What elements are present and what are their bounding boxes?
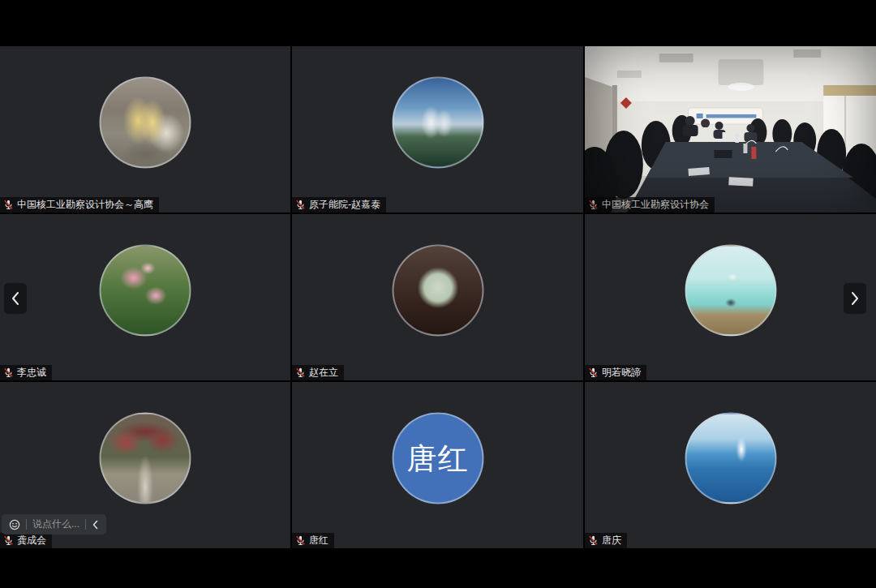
next-page-button[interactable] xyxy=(844,283,866,314)
collapse-chat-button[interactable] xyxy=(92,520,99,530)
participant-name: 李忠诚 xyxy=(17,367,46,378)
name-tag: 李忠诚 xyxy=(0,365,52,380)
muted-mic-icon xyxy=(295,535,306,546)
muted-mic-icon xyxy=(295,367,306,378)
participant-name: 原子能院-赵嘉泰 xyxy=(309,199,380,210)
name-tag: 唐庆 xyxy=(585,533,627,548)
chat-quick-bar: 说点什么... xyxy=(2,514,106,534)
muted-mic-icon xyxy=(3,200,14,210)
participant-name: 中国核工业勘察设计协会～高鹰 xyxy=(17,199,153,210)
prev-page-button[interactable] xyxy=(4,283,27,314)
muted-mic-icon xyxy=(588,367,599,378)
muted-mic-icon xyxy=(3,367,14,378)
participant-avatar xyxy=(392,77,483,169)
name-tag: 中国核工业勘察设计协会 xyxy=(585,197,715,212)
emoji-button[interactable] xyxy=(9,519,20,530)
participant-tile-live-video[interactable]: 中国核工业勘察设计协会 xyxy=(585,46,876,212)
avatar-initials-text: 唐红 xyxy=(407,438,469,479)
participant-tile[interactable]: 原子能院-赵嘉泰 xyxy=(292,46,583,212)
muted-mic-icon xyxy=(588,535,599,546)
name-tag: 龚成会 xyxy=(0,533,52,548)
participant-name: 唐庆 xyxy=(602,534,621,546)
participant-tile[interactable]: 李忠诚 xyxy=(0,214,290,380)
muted-mic-icon xyxy=(295,200,306,210)
divider xyxy=(85,519,86,530)
participant-tile[interactable]: 中国核工业勘察设计协会～高鹰 xyxy=(0,46,290,212)
muted-mic-icon xyxy=(588,200,599,210)
participant-tile[interactable]: 唐红 唐红 xyxy=(292,382,583,548)
participant-avatar xyxy=(100,77,191,169)
muted-mic-icon xyxy=(3,535,14,546)
chat-input[interactable]: 说点什么... xyxy=(32,517,79,531)
name-tag: 原子能院-赵嘉泰 xyxy=(292,197,386,212)
participant-avatar xyxy=(100,413,191,504)
participant-tile[interactable]: 明若晓諦 xyxy=(585,214,876,380)
chevron-left-icon xyxy=(11,291,20,306)
name-tag: 明若晓諦 xyxy=(585,365,646,380)
chevron-right-icon xyxy=(850,291,860,306)
participant-name: 中国核工业勘察设计协会 xyxy=(602,199,709,210)
name-tag: 中国核工业勘察设计协会～高鹰 xyxy=(0,197,159,212)
name-tag: 唐红 xyxy=(292,533,334,548)
participant-avatar xyxy=(392,245,483,337)
participant-grid: 中国核工业勘察设计协会～高鹰 原子能院-赵嘉泰 xyxy=(0,46,876,548)
name-tag: 赵在立 xyxy=(292,365,344,380)
participant-name: 赵在立 xyxy=(309,367,338,378)
participant-name: 唐红 xyxy=(309,534,328,546)
participant-tile[interactable]: 唐庆 xyxy=(585,382,876,548)
participant-tile[interactable]: 赵在立 xyxy=(292,214,583,380)
participant-avatar xyxy=(100,245,191,337)
participant-avatar-initials: 唐红 xyxy=(392,413,483,504)
participant-name: 明若晓諦 xyxy=(602,367,641,378)
conference-room-video-feed xyxy=(585,46,876,212)
participant-avatar xyxy=(685,413,776,504)
participant-avatar xyxy=(685,245,776,337)
divider xyxy=(26,519,27,530)
meeting-window: 中国核工业勘察设计协会～高鹰 原子能院-赵嘉泰 xyxy=(0,0,876,588)
participant-name: 龚成会 xyxy=(17,534,46,546)
